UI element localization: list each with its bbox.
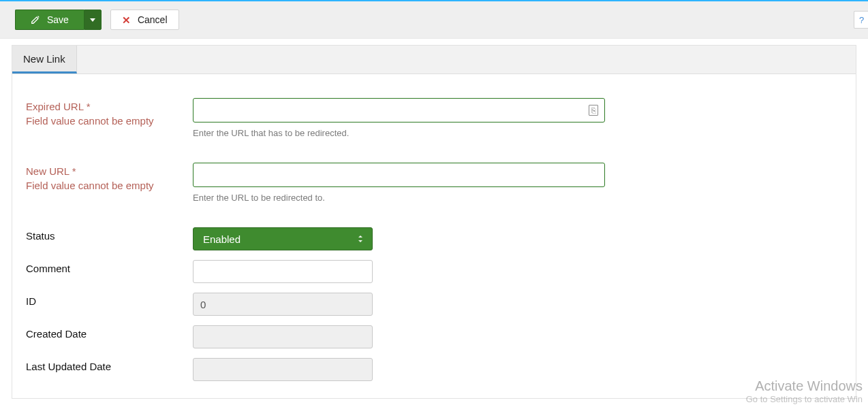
label-text: ID	[26, 295, 36, 307]
label-text: Created Date	[26, 328, 87, 340]
error-text: Field value cannot be empty	[26, 115, 193, 127]
select-value: Enabled	[203, 233, 241, 245]
control-comment	[193, 260, 373, 283]
input-wrap	[193, 163, 605, 187]
row-expired-url: Expired URL * Field value cannot be empt…	[26, 93, 842, 143]
control-updated	[193, 358, 373, 381]
row-comment: Comment	[26, 255, 842, 288]
tab-new-link[interactable]: New Link	[12, 46, 77, 73]
label-updated: Last Updated Date	[26, 358, 193, 372]
label-comment: Comment	[26, 260, 193, 274]
error-text: Field value cannot be empty	[26, 180, 193, 191]
save-button-label: Save	[47, 14, 69, 25]
label-id: ID	[26, 293, 193, 307]
row-id: ID	[26, 288, 842, 321]
input-wrap: ⎘	[193, 98, 605, 122]
created-date-input	[193, 325, 373, 348]
control-created	[193, 325, 373, 348]
id-input	[193, 293, 373, 316]
expired-url-input[interactable]	[193, 98, 605, 122]
cancel-button[interactable]: ✕ Cancel	[110, 10, 179, 30]
label-text: Expired URL *	[26, 101, 90, 112]
row-status: Status Enabled	[26, 223, 842, 255]
control-expired-url: ⎘ Enter the URL that has to be redirecte…	[193, 98, 605, 138]
label-text: Last Updated Date	[26, 361, 111, 372]
label-text: Status	[26, 230, 55, 242]
control-id	[193, 293, 373, 316]
helper-text: Enter the URL to be redirected to.	[193, 193, 605, 203]
edit-icon	[31, 15, 40, 24]
cancel-button-label: Cancel	[138, 14, 168, 25]
label-text: New URL *	[26, 165, 76, 177]
control-status: Enabled	[193, 227, 373, 250]
help-icon: ?	[859, 15, 864, 25]
toolbar: Save ✕ Cancel ?	[0, 1, 868, 39]
save-button[interactable]: Save	[15, 10, 84, 30]
row-new-url: New URL * Field value cannot be empty En…	[26, 158, 842, 208]
spacer	[26, 143, 842, 158]
label-status: Status	[26, 227, 193, 242]
tab-label: New Link	[23, 53, 65, 65]
label-text: Comment	[26, 263, 70, 274]
comment-input[interactable]	[193, 260, 373, 283]
main-panel: New Link Expired URL * Field value canno…	[12, 45, 856, 399]
helper-text: Enter the URL that has to be redirected.	[193, 128, 605, 138]
label-created: Created Date	[26, 325, 193, 340]
spacer	[26, 208, 842, 223]
save-dropdown-toggle[interactable]	[84, 10, 102, 30]
label-expired-url: Expired URL * Field value cannot be empt…	[26, 98, 193, 127]
select-arrows-icon	[357, 234, 364, 244]
new-url-input[interactable]	[193, 163, 605, 187]
updated-date-input	[193, 358, 373, 381]
save-button-group: Save	[15, 10, 102, 30]
label-new-url: New URL * Field value cannot be empty	[26, 163, 193, 191]
caret-down-icon	[90, 18, 95, 22]
help-button[interactable]: ?	[854, 11, 868, 29]
row-created: Created Date	[26, 321, 842, 353]
close-icon: ✕	[122, 15, 131, 25]
row-updated: Last Updated Date	[26, 353, 842, 386]
control-new-url: Enter the URL to be redirected to.	[193, 163, 605, 203]
form: Expired URL * Field value cannot be empt…	[12, 74, 856, 405]
status-select[interactable]: Enabled	[193, 227, 373, 250]
tab-bar: New Link	[12, 46, 856, 74]
